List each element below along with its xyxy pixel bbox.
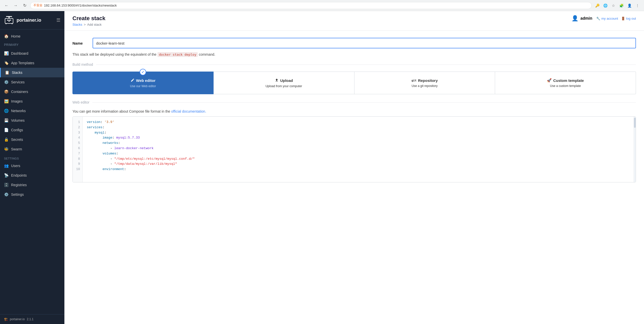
home-icon: 🏠 bbox=[4, 34, 9, 39]
sidebar-item-label: Services bbox=[11, 80, 25, 84]
name-label: Name bbox=[72, 41, 88, 45]
sidebar-item-users[interactable]: 👥 Users bbox=[0, 161, 64, 171]
app-templates-icon: 🏷️ bbox=[4, 61, 9, 65]
sidebar-item-registries[interactable]: 🗄️ Registries bbox=[0, 180, 64, 190]
logout-link[interactable]: 🚪 log out bbox=[621, 17, 636, 20]
code-editor[interactable]: 1 2 3 4 5 6 7 8 9 10 version: '3.9 bbox=[72, 116, 636, 182]
name-form-row: Name bbox=[72, 38, 636, 48]
editor-scrollbar[interactable] bbox=[634, 117, 636, 182]
sidebar-item-label: App Templates bbox=[11, 61, 34, 65]
my-account-label: my account bbox=[601, 17, 618, 20]
sidebar-item-endpoints[interactable]: 📡 Endpoints bbox=[0, 171, 64, 180]
sidebar-item-configs[interactable]: 📄 Configs bbox=[0, 125, 64, 135]
my-account-link[interactable]: 🔧 my account bbox=[596, 17, 618, 20]
menu-icon[interactable]: ⋮ bbox=[634, 2, 641, 9]
sidebar-item-networks[interactable]: 🌐 Networks bbox=[0, 106, 64, 116]
logo-text: portainer.io bbox=[17, 18, 41, 23]
content-body: Name This stack will be deployed using t… bbox=[64, 31, 644, 324]
sidebar-primary-group: PRIMARY bbox=[0, 41, 64, 49]
build-method-custom-template[interactable]: 🚀 Custom template Use a custom template bbox=[495, 72, 636, 94]
build-method-title: Build method bbox=[72, 62, 93, 67]
editor-section-title: Web editor bbox=[72, 100, 89, 104]
sidebar-item-containers[interactable]: 📦 Containers bbox=[0, 87, 64, 96]
custom-template-title: 🚀 Custom template bbox=[547, 78, 584, 83]
translate-icon[interactable]: 🌐 bbox=[602, 2, 609, 9]
logout-icon: 🚪 bbox=[621, 17, 625, 20]
sidebar-item-swarm[interactable]: 🐝 Swarm bbox=[0, 144, 64, 154]
endpoints-icon: 📡 bbox=[4, 173, 9, 178]
sidebar-item-volumes[interactable]: 💾 Volumes bbox=[0, 116, 64, 125]
registries-icon: 🗄️ bbox=[4, 183, 9, 187]
upload-subtitle: Upload from your computer bbox=[265, 84, 302, 88]
sidebar-item-label: Volumes bbox=[11, 118, 25, 122]
breadcrumb-stacks-link[interactable]: Stacks bbox=[72, 23, 82, 26]
sidebar-item-dashboard[interactable]: 📊 Dashboard bbox=[0, 49, 64, 58]
services-icon: ⚙️ bbox=[4, 80, 9, 84]
user-avatar-icon: 👤 bbox=[572, 15, 578, 22]
sidebar-item-images[interactable]: 🖼️ Images bbox=[0, 96, 64, 106]
line-num: 10 bbox=[75, 167, 80, 172]
upload-title: Upload bbox=[275, 78, 293, 83]
line-numbers: 1 2 3 4 5 6 7 8 9 10 bbox=[73, 117, 83, 182]
sidebar-item-stacks[interactable]: 📋 Stacks bbox=[0, 68, 64, 77]
line-num: 5 bbox=[75, 141, 80, 146]
containers-icon: 📦 bbox=[4, 89, 9, 94]
pencil-icon bbox=[131, 78, 135, 83]
active-check-badge: ✓ bbox=[140, 69, 146, 75]
profile-icon[interactable]: 👤 bbox=[626, 2, 633, 9]
sidebar-item-home[interactable]: 🏠 Home bbox=[0, 31, 64, 41]
page-header: Create stack Stacks > Add stack 👤 admin … bbox=[64, 11, 644, 31]
sidebar-item-services[interactable]: ⚙️ Services bbox=[0, 77, 64, 87]
forward-button[interactable]: → bbox=[12, 2, 19, 9]
code-line-10: environment: bbox=[87, 167, 632, 172]
line-num: 7 bbox=[75, 151, 80, 156]
sidebar-item-app-templates[interactable]: 🏷️ App Templates bbox=[0, 58, 64, 68]
key-icon[interactable]: 🔑 bbox=[594, 2, 601, 9]
git-title: git Repository bbox=[412, 78, 438, 83]
swarm-icon: 🐝 bbox=[4, 147, 9, 151]
sidebar-item-label: Registries bbox=[11, 183, 27, 187]
footer-logo-icon: 🏗️ bbox=[4, 317, 8, 321]
git-icon: git bbox=[412, 79, 417, 82]
reload-button[interactable]: ↻ bbox=[21, 2, 28, 9]
build-method-git-repository[interactable]: git Repository Use a git repository bbox=[354, 72, 495, 94]
sidebar-item-label: Settings bbox=[11, 192, 24, 197]
user-name: admin bbox=[580, 16, 592, 21]
browser-chrome: ← → ↻ 不安全 192.168.64.153:9000/#!/1/docke… bbox=[0, 0, 644, 11]
secrets-icon: 🔒 bbox=[4, 137, 9, 142]
code-content[interactable]: version: '3.9' services: mysql: image: m… bbox=[83, 117, 636, 182]
official-docs-link[interactable]: official documentation. bbox=[171, 109, 206, 113]
star-icon[interactable]: ☆ bbox=[610, 2, 617, 9]
web-editor-subtitle: Use our Web editor bbox=[130, 84, 156, 88]
code-line-4: image: mysql:5.7.33 bbox=[87, 135, 632, 141]
networks-icon: 🌐 bbox=[4, 109, 9, 113]
deploy-command-code: docker stack deploy bbox=[157, 52, 198, 57]
sidebar-item-settings[interactable]: ⚙️ Settings bbox=[0, 190, 64, 199]
footer-logo-text: portainer.io bbox=[10, 317, 25, 321]
svg-rect-4 bbox=[10, 20, 11, 21]
breadcrumb-separator: > bbox=[84, 23, 86, 26]
sidebar-item-secrets[interactable]: 🔒 Secrets bbox=[0, 135, 64, 144]
build-methods-container: ✓ Web editor Use our Web editor bbox=[72, 72, 636, 94]
code-line-8: - "/tmp/etc/mysql:/etc/mysql/mysql.conf.… bbox=[87, 156, 632, 162]
sidebar-footer: 🏗️ portainer.io 2.1.1 bbox=[0, 314, 64, 324]
deploy-note-prefix: This stack will be deployed using the eq… bbox=[72, 52, 156, 56]
line-num: 1 bbox=[75, 120, 80, 125]
stack-name-input[interactable] bbox=[93, 38, 636, 48]
sidebar-toggle-button[interactable]: ☰ bbox=[56, 17, 60, 23]
page-title: Create stack bbox=[72, 15, 105, 22]
address-bar[interactable]: 不安全 192.168.64.153:9000/#!/1/docker/stac… bbox=[30, 2, 592, 9]
rocket-icon: 🚀 bbox=[547, 78, 552, 83]
sidebar-item-label: Images bbox=[11, 99, 23, 103]
build-method-upload[interactable]: Upload Upload from your computer bbox=[214, 72, 354, 94]
sidebar-item-label: Secrets bbox=[11, 138, 23, 142]
code-line-1: version: '3.9' bbox=[87, 120, 632, 125]
line-num: 9 bbox=[75, 161, 80, 167]
code-line-5: networks: bbox=[87, 141, 632, 146]
sidebar-item-label: Configs bbox=[11, 128, 23, 132]
back-button[interactable]: ← bbox=[3, 2, 10, 9]
extension-icon[interactable]: 🧩 bbox=[618, 2, 625, 9]
editor-note-prefix: You can get more information about Compo… bbox=[72, 109, 170, 113]
scrollbar-thumb bbox=[634, 118, 636, 128]
build-method-web-editor[interactable]: ✓ Web editor Use our Web editor bbox=[72, 72, 214, 94]
